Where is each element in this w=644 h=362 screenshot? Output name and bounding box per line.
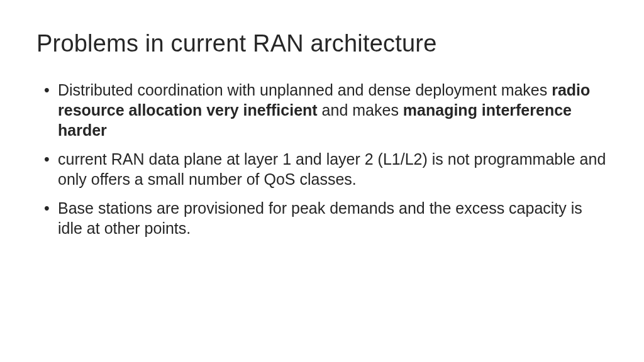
text-run: current RAN data plane at layer 1 and la…: [58, 150, 606, 188]
text-run: Base stations are provisioned for peak d…: [58, 199, 582, 237]
text-run: Distributed coordination with unplanned …: [58, 81, 552, 99]
slide-title: Problems in current RAN architecture: [36, 30, 608, 57]
bullet-item: Distributed coordination with unplanned …: [44, 80, 608, 140]
bullet-list: Distributed coordination with unplanned …: [36, 80, 608, 238]
bullet-item: current RAN data plane at layer 1 and la…: [44, 149, 608, 189]
bullet-item: Base stations are provisioned for peak d…: [44, 198, 608, 238]
text-run: and makes: [322, 101, 403, 119]
